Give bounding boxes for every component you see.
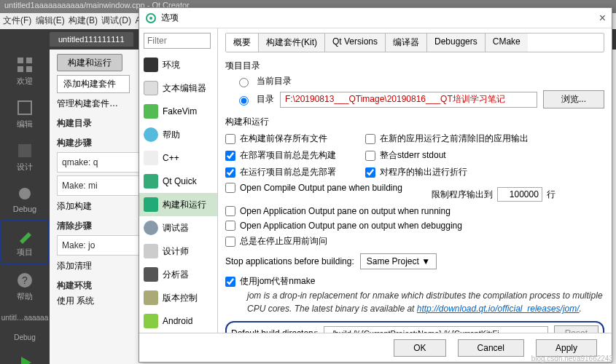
- cat-android[interactable]: Android: [139, 309, 217, 333]
- cat-help[interactable]: 帮助: [139, 123, 217, 146]
- default-build-dir-row: Default build directory: Reset: [225, 321, 604, 333]
- jom-link[interactable]: http://download.qt.io/official_releases/…: [417, 304, 580, 314]
- chk-save-before-build[interactable]: [225, 134, 235, 144]
- svg-point-6: [19, 188, 31, 199]
- cat-vcs[interactable]: 版本控制: [139, 286, 217, 309]
- cat-fakevim[interactable]: FakeVim: [139, 100, 217, 123]
- apply-button[interactable]: Apply: [536, 339, 597, 357]
- lbl-wrap-output: 对程序的输出进行折行: [380, 166, 467, 178]
- grid-icon: [15, 55, 34, 74]
- menu-file[interactable]: 文件(F): [3, 15, 31, 25]
- chk-open-app-output-run[interactable]: [225, 206, 235, 216]
- chk-merge-stderr[interactable]: [365, 151, 375, 161]
- add-kit-combo[interactable]: 添加构建套件: [57, 75, 130, 93]
- mode-project[interactable]: 项目: [0, 219, 50, 265]
- cat-env[interactable]: 环境: [139, 53, 217, 76]
- lbl-clear-old-output: 在新的应用运行之前清除旧的应用输出: [380, 132, 529, 145]
- dialog-titlebar: 选项 ×: [139, 8, 612, 28]
- chk-build-before-deploy[interactable]: [225, 151, 235, 161]
- project-dir-input[interactable]: [280, 92, 537, 108]
- reset-button[interactable]: Reset: [554, 325, 599, 333]
- stop-apps-select[interactable]: Same Project ▼: [360, 253, 437, 269]
- tab-debuggers[interactable]: Debuggers: [427, 33, 486, 52]
- build-run-header-button[interactable]: 构建和运行: [57, 54, 122, 71]
- tab-compiler[interactable]: 编译器: [386, 33, 427, 52]
- help-icon: [144, 127, 158, 142]
- default-build-dir-input[interactable]: [324, 326, 547, 333]
- menu-debug[interactable]: 调试(D): [101, 15, 131, 25]
- svg-text:?: ?: [22, 274, 28, 286]
- lbl-default-build-dir: Default build directory:: [231, 328, 318, 333]
- limit-output-spin[interactable]: [497, 187, 542, 202]
- cat-buildrun[interactable]: 构建和运行: [139, 193, 217, 216]
- tab-bar: 概要 构建套件(Kit) Qt Versions 编译器 Debuggers C…: [225, 33, 604, 52]
- tab-overview[interactable]: 概要: [226, 33, 259, 52]
- cat-designer[interactable]: 设计师: [139, 240, 217, 263]
- vcs-icon: [144, 290, 158, 305]
- gear-icon: [145, 12, 157, 24]
- menu-edit[interactable]: 编辑(E): [36, 15, 65, 25]
- qtquick-icon: [144, 174, 158, 189]
- cat-text[interactable]: 文本编辑器: [139, 76, 217, 100]
- tab-kits[interactable]: 构建套件(Kit): [259, 33, 325, 52]
- cat-qtquick[interactable]: Qt Quick: [139, 170, 217, 193]
- cat-analyzer[interactable]: 分析器: [139, 263, 217, 286]
- label-directory: 目录: [257, 93, 274, 106]
- lbl-use-jom: 使用jom代替nmake: [240, 275, 315, 288]
- jom-note-2: CPU cores. The latest binary is availabl…: [247, 304, 604, 314]
- run-button[interactable]: [0, 347, 50, 364]
- svg-rect-5: [18, 144, 31, 157]
- svg-rect-4: [18, 101, 31, 114]
- svg-rect-2: [17, 66, 23, 72]
- svg-rect-0: [17, 58, 23, 63]
- lbl-deploy-before-run: 在运行项目前总是先部署: [240, 166, 336, 178]
- label-current-dir: 当前目录: [257, 75, 292, 87]
- chk-use-jom[interactable]: [225, 277, 235, 287]
- svg-marker-9: [21, 357, 31, 364]
- wrench-icon: [15, 226, 34, 245]
- android-icon: [144, 314, 158, 328]
- lbl-build-before-deploy: 在部署项目前总是先构建: [240, 149, 336, 162]
- chk-clear-old-output[interactable]: [365, 134, 375, 144]
- svg-rect-1: [26, 58, 32, 63]
- tab-qtversions[interactable]: Qt Versions: [325, 33, 386, 52]
- monitor-icon: [144, 58, 158, 72]
- chk-wrap-output[interactable]: [365, 167, 375, 178]
- mode-debug[interactable]: Debug: [0, 178, 50, 219]
- file-tab[interactable]: untitled111111111: [50, 32, 133, 47]
- project-selector[interactable]: untitl…aaaaaa: [0, 308, 50, 328]
- mode-welcome[interactable]: 欢迎: [0, 50, 50, 92]
- ok-button[interactable]: OK: [394, 339, 445, 357]
- options-dialog: 选项 × 环境 文本编辑器 FakeVim 帮助 C++ Qt Quick 构建…: [139, 7, 612, 363]
- category-list: 环境 文本编辑器 FakeVim 帮助 C++ Qt Quick 构建和运行 调…: [139, 28, 218, 333]
- design-icon: [15, 141, 34, 160]
- browse-button[interactable]: 浏览...: [543, 90, 604, 108]
- mode-design[interactable]: 设计: [0, 135, 50, 178]
- vim-icon: [144, 104, 158, 119]
- close-icon[interactable]: ×: [599, 12, 606, 25]
- svg-rect-3: [26, 66, 32, 72]
- lbl-limit-unit: 行: [547, 189, 555, 201]
- radio-current-dir[interactable]: [239, 78, 249, 87]
- filter-input[interactable]: [144, 33, 211, 49]
- cancel-button[interactable]: Cancel: [458, 339, 524, 357]
- group-project-dir: 项目目录: [225, 60, 604, 72]
- menu-build[interactable]: 构建(B): [69, 15, 98, 25]
- cat-debugger[interactable]: 调试器: [139, 216, 217, 240]
- build-config-selector[interactable]: Debug: [0, 328, 50, 347]
- chk-deploy-before-run[interactable]: [225, 167, 235, 178]
- mode-edit[interactable]: 编辑: [0, 92, 50, 135]
- jom-note-1: jom is a drop-in replacement for nmake w…: [247, 290, 604, 301]
- svg-point-14: [149, 17, 152, 20]
- lbl-open-app-output-run: Open Application Output pane on output w…: [240, 206, 451, 216]
- chk-ask-before-stop[interactable]: [225, 237, 235, 247]
- analyzer-icon: [144, 267, 158, 282]
- help-icon: ?: [15, 271, 34, 290]
- cpp-icon: [144, 151, 158, 165]
- chk-open-app-output-debug[interactable]: [225, 221, 235, 231]
- chk-open-compile-output[interactable]: [225, 183, 235, 193]
- tab-cmake[interactable]: CMake: [486, 33, 528, 52]
- cat-cpp[interactable]: C++: [139, 146, 217, 170]
- mode-help[interactable]: ?帮助: [0, 265, 50, 308]
- radio-directory[interactable]: [239, 96, 249, 106]
